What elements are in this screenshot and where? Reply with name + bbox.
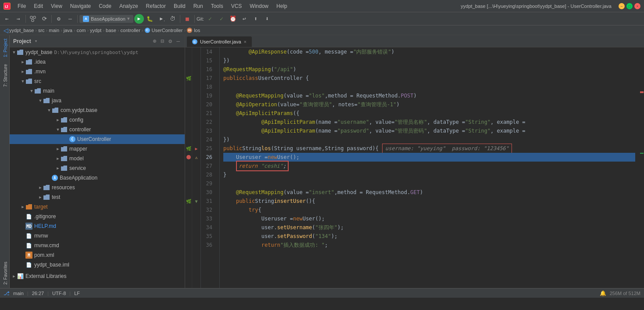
project-close-btn[interactable]: — xyxy=(175,37,181,45)
ln-23: 23 xyxy=(203,126,216,135)
project-add-btn[interactable]: ⊕ xyxy=(152,37,158,45)
git-checkmark-2[interactable]: ✓ xyxy=(216,14,227,24)
run-configuration[interactable]: A BaseApplication ▾ xyxy=(79,15,133,23)
tree-item-src[interactable]: ▼ src xyxy=(10,76,185,86)
tree-item-root[interactable]: ▼ yydpt_base D:\H\yueying\springboot\yyd… xyxy=(10,47,185,57)
tree-item-main[interactable]: ▼ main xyxy=(10,86,185,96)
hint-box-25: username: "yueying" password: "123456" xyxy=(382,144,512,153)
menu-view[interactable]: View xyxy=(47,2,66,10)
structure-tab[interactable]: 7: Structure xyxy=(0,61,9,90)
tree-label-baseapp: BaseApplication xyxy=(60,175,97,181)
menu-window[interactable]: Window xyxy=(246,2,272,10)
code-line-27: return "ceshi"; xyxy=(223,162,635,170)
breadcrumb-base[interactable]: base xyxy=(106,28,116,33)
menu-edit[interactable]: Edit xyxy=(30,2,47,10)
breadcrumb-yydpt[interactable]: yydpt xyxy=(90,28,101,33)
breadcrumb-back-icon[interactable]: ◁ xyxy=(4,27,8,34)
menu-analyze[interactable]: Analyze xyxy=(116,2,142,10)
tree-item-helpmd[interactable]: ▶ MD HELP.md xyxy=(10,221,185,231)
tree-item-mvnwcmd[interactable]: ▶ 📄 mvnw.cmd xyxy=(10,241,185,250)
sync-button[interactable]: ⟳ xyxy=(39,14,50,24)
breadcrumb-controller[interactable]: controller xyxy=(121,28,140,33)
breadcrumb-com[interactable]: com xyxy=(77,28,86,33)
tree-item-mvn[interactable]: ▶ .mvn xyxy=(10,67,185,76)
git-push[interactable]: ⬆ xyxy=(250,14,261,24)
breadcrumb-los[interactable]: los xyxy=(194,28,200,33)
menu-help[interactable]: Help xyxy=(273,2,291,10)
tab-close-usercontroller[interactable]: × xyxy=(244,39,247,44)
tree-item-baseapp[interactable]: ▶ A BaseApplication xyxy=(10,173,185,183)
breadcrumb-yydpt-base[interactable]: yydpt_base xyxy=(9,28,34,33)
tree-item-mapper[interactable]: ▶ mapper xyxy=(10,144,185,154)
test-arrow: ▶ xyxy=(38,195,43,200)
git-undo[interactable]: ↩ xyxy=(239,14,250,24)
tree-item-mvnw[interactable]: ▶ 📄 mvnw xyxy=(10,231,185,241)
breakpoint-26[interactable] xyxy=(186,155,191,159)
project-tab[interactable]: 1: Project xyxy=(0,35,9,61)
project-dropdown[interactable]: ▾ xyxy=(35,38,38,44)
tree-item-pomxml[interactable]: ▶ M pom.xml xyxy=(10,250,185,260)
code-line-18 xyxy=(223,83,635,91)
git-checkmark-1[interactable]: ✓ xyxy=(205,14,215,24)
minimize-panel-button[interactable]: — xyxy=(65,14,75,24)
breadcrumb-main[interactable]: main xyxy=(49,28,59,33)
gutter-18 xyxy=(185,83,192,91)
menu-navigate[interactable]: Navigate xyxy=(67,2,94,10)
debug-button[interactable]: 🐛 xyxy=(145,14,155,24)
menu-code[interactable]: Code xyxy=(95,2,115,10)
tree-item-model[interactable]: ▶ model xyxy=(10,154,185,163)
tree-item-idea[interactable]: ▶ .idea xyxy=(10,57,185,67)
editor-tab-usercontroller[interactable]: C UserController.java × xyxy=(187,36,252,47)
tree-item-resources[interactable]: ▶ resources xyxy=(10,183,185,192)
menu-refactor[interactable]: Refactor xyxy=(143,2,169,10)
breadcrumb-src[interactable]: src xyxy=(38,28,45,33)
tree-label-config: config xyxy=(69,117,83,123)
tree-item-com-yydpt[interactable]: ▼ com.yydpt.base xyxy=(10,105,185,115)
forward-button[interactable]: → xyxy=(13,14,24,24)
menu-build[interactable]: Build xyxy=(170,2,189,10)
tree-item-java[interactable]: ▼ java xyxy=(10,96,185,105)
stop-button[interactable]: ■ xyxy=(182,14,193,24)
minimize-button[interactable]: − xyxy=(619,3,625,9)
status-bar: ⎇ main | 26:27 | UTF-8 | LF 🔔 256M of 51… xyxy=(0,288,644,298)
git-pull[interactable]: ⬇ xyxy=(262,14,272,24)
tree-item-iml[interactable]: ▶ 📄 yydpt_base.iml xyxy=(10,260,185,270)
controller-arrow: ▼ xyxy=(55,127,61,132)
tree-item-external-libs[interactable]: ▶ 📊 External Libraries xyxy=(10,271,185,281)
favorites-tab[interactable]: 2: Favorites xyxy=(0,258,9,288)
coverage-button[interactable]: ▶̣ xyxy=(156,14,167,24)
gutter-16 xyxy=(185,65,192,74)
code-line-25: public String los(String username,String… xyxy=(223,144,635,153)
run-button[interactable]: ▶ xyxy=(134,14,144,24)
profile-button[interactable]: ⏱ xyxy=(168,14,178,24)
tree-item-service[interactable]: ▶ service xyxy=(10,163,185,173)
menu-run[interactable]: Run xyxy=(190,2,207,10)
tree-item-test[interactable]: ▶ test xyxy=(10,192,185,202)
tree-item-controller[interactable]: ▼ controller xyxy=(10,125,185,134)
tree-item-gitignore[interactable]: ▶ 📄 .gitignore xyxy=(10,212,185,221)
code-area[interactable]: 🌿 🌿 🌿 xyxy=(185,47,644,288)
menu-file[interactable]: File xyxy=(14,2,29,10)
maximize-button[interactable]: □ xyxy=(626,3,633,9)
breadcrumb-java[interactable]: java xyxy=(64,28,72,33)
menu-vcs[interactable]: VCS xyxy=(228,2,246,10)
project-settings-btn[interactable]: ⚙ xyxy=(167,37,173,45)
code-line-14: @ApiResponse(code = 500, message = "内部服务… xyxy=(223,47,635,56)
git-clock[interactable]: ⏰ xyxy=(228,14,238,24)
folder-icon-java xyxy=(43,97,50,104)
tree-item-config[interactable]: ▶ config xyxy=(10,115,185,125)
tree-item-target[interactable]: ▶ target xyxy=(10,202,185,212)
settings-button[interactable]: ⚙ xyxy=(54,14,64,24)
breadcrumb-usercontroller[interactable]: UserController xyxy=(152,28,183,33)
breadcrumb-sep-8: › xyxy=(142,28,143,33)
back-button[interactable]: ← xyxy=(2,14,12,24)
tree-label-iml: yydpt_base.iml xyxy=(34,262,69,268)
menu-tools[interactable]: Tools xyxy=(208,2,227,10)
project-collapse-btn[interactable]: ⊟ xyxy=(160,37,166,45)
close-button[interactable]: × xyxy=(634,3,640,9)
ln-27: 27 xyxy=(203,162,216,170)
code-lines[interactable]: @ApiResponse(code = 500, message = "内部服务… xyxy=(220,47,639,288)
tree-item-usercontroller[interactable]: ▶ C UserController xyxy=(10,134,185,144)
ln-20: 20 xyxy=(203,100,216,109)
project-structure-button[interactable] xyxy=(28,14,38,24)
